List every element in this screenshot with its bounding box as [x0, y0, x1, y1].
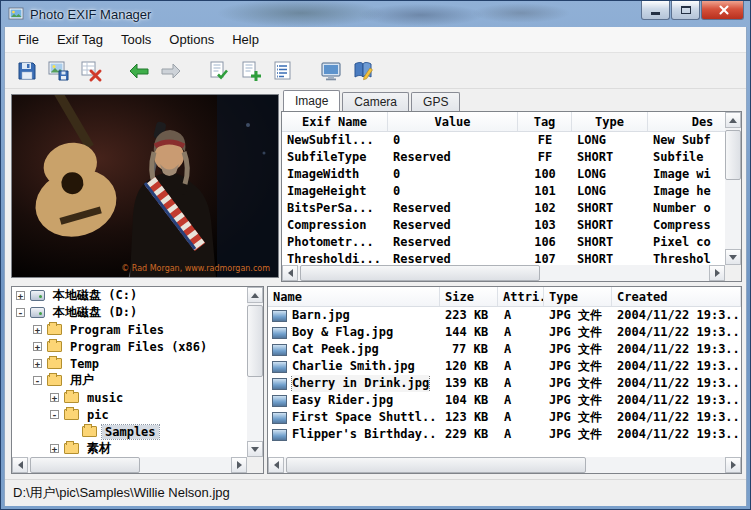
- exif-row[interactable]: ImageHeight 0 101 LONG Image he: [282, 183, 725, 200]
- tree-item-program-files[interactable]: + Program Files: [12, 321, 247, 338]
- scroll-up-button[interactable]: [247, 287, 263, 303]
- column-header-tag[interactable]: Tag: [518, 112, 572, 131]
- file-row[interactable]: Cat Peek.jpg 77 KB A JPG 文件 2004/11/22 1…: [268, 341, 741, 358]
- undo-button[interactable]: [125, 57, 153, 85]
- exif-row[interactable]: ImageWidth 0 100 LONG Image wi: [282, 166, 725, 183]
- tab-image[interactable]: Image: [283, 90, 340, 111]
- expand-icon[interactable]: +: [33, 325, 42, 334]
- column-header-created[interactable]: Created: [612, 287, 741, 306]
- tab-gps[interactable]: GPS: [411, 92, 460, 111]
- title-bar[interactable]: Photo EXIF Manager: [4, 1, 747, 27]
- file-name: Barn.jpg: [292, 307, 350, 324]
- tree-item-label[interactable]: 本地磁盘 (C:): [50, 287, 140, 304]
- scroll-right-button[interactable]: [231, 457, 247, 473]
- add-tag-button[interactable]: [237, 57, 265, 85]
- exif-vertical-scrollbar[interactable]: [725, 112, 741, 265]
- scrollbar-thumb[interactable]: [30, 457, 140, 473]
- column-header-type[interactable]: Type: [544, 287, 612, 306]
- expand-icon[interactable]: +: [50, 444, 59, 453]
- column-header-name[interactable]: Name: [268, 287, 440, 306]
- column-header-exif-name[interactable]: Exif Name: [282, 112, 388, 131]
- file-row[interactable]: Boy & Flag.jpg 144 KB A JPG 文件 2004/11/2…: [268, 324, 741, 341]
- tree-item-label[interactable]: 用户: [67, 372, 97, 389]
- tree-item-users[interactable]: - 用户: [12, 372, 247, 389]
- file-row[interactable]: Charlie Smith.jpg 120 KB A JPG 文件 2004/1…: [268, 358, 741, 375]
- exif-row[interactable]: SubfileType Reserved FF SHORT Subfile: [282, 149, 725, 166]
- scroll-right-button[interactable]: [725, 457, 741, 473]
- file-list-header: Name Size Attri... Type Created: [268, 287, 741, 307]
- tree-item-samples[interactable]: Samples: [12, 423, 247, 440]
- file-row[interactable]: Easy Rider.jpg 104 KB A JPG 文件 2004/11/2…: [268, 392, 741, 409]
- tree-item-label[interactable]: Program Files: [67, 323, 167, 337]
- collapse-icon[interactable]: -: [50, 410, 59, 419]
- maximize-button[interactable]: [671, 1, 700, 20]
- save-button[interactable]: [13, 57, 41, 85]
- scroll-left-button[interactable]: [282, 265, 298, 281]
- list-horizontal-scrollbar[interactable]: [268, 457, 741, 473]
- tree-item-label[interactable]: pic: [84, 408, 112, 422]
- file-row-focused[interactable]: Cherry in Drink.jpg 139 KB A JPG 文件 2004…: [268, 375, 741, 392]
- exif-row[interactable]: Photometr... Reserved 106 SHORT Pixel co: [282, 234, 725, 251]
- column-header-des[interactable]: Des: [648, 112, 725, 131]
- tree-item-drive-c[interactable]: + 本地磁盘 (C:): [12, 287, 247, 304]
- save-picture-button[interactable]: [45, 57, 73, 85]
- edit-tag-button[interactable]: [205, 57, 233, 85]
- scroll-left-button[interactable]: [268, 457, 284, 473]
- close-button[interactable]: [701, 1, 744, 20]
- file-row[interactable]: First Space Shuttl... 123 KB A JPG 文件 20…: [268, 409, 741, 426]
- tree-horizontal-scrollbar[interactable]: [12, 457, 247, 473]
- tree-vertical-scrollbar[interactable]: [247, 287, 263, 457]
- tree-item-label[interactable]: Temp: [67, 357, 102, 371]
- menu-tools[interactable]: Tools: [112, 28, 160, 51]
- scrollbar-thumb[interactable]: [286, 457, 586, 473]
- exif-row-partial[interactable]: Thresholdi... Reserved 107 SHORT Thresho…: [282, 251, 725, 265]
- expand-icon[interactable]: +: [33, 359, 42, 368]
- scrollbar-thumb[interactable]: [247, 305, 263, 377]
- column-header-value[interactable]: Value: [388, 112, 518, 131]
- tree-item-program-files-x86[interactable]: + Program Files (x86): [12, 338, 247, 355]
- collapse-icon[interactable]: -: [16, 308, 25, 317]
- tree-item-label[interactable]: 本地磁盘 (D:): [50, 304, 140, 321]
- expand-icon[interactable]: +: [50, 393, 59, 402]
- scrollbar-thumb[interactable]: [300, 265, 540, 281]
- collapse-icon[interactable]: -: [33, 376, 42, 385]
- scroll-right-button[interactable]: [709, 265, 725, 281]
- expand-icon[interactable]: +: [33, 342, 42, 351]
- file-row[interactable]: Barn.jpg 223 KB A JPG 文件 2004/11/22 19:3…: [268, 307, 741, 324]
- scroll-down-button[interactable]: [725, 249, 741, 265]
- menu-options[interactable]: Options: [160, 28, 223, 51]
- menu-file[interactable]: File: [9, 28, 48, 51]
- exif-row[interactable]: BitsPerSa... Reserved 102 SHORT Number o: [282, 200, 725, 217]
- tree-item-pic[interactable]: - pic: [12, 406, 247, 423]
- delete-exif-button[interactable]: [77, 57, 105, 85]
- exif-horizontal-scrollbar[interactable]: [282, 265, 725, 281]
- tree-item-temp[interactable]: + Temp: [12, 355, 247, 372]
- tree-item-label[interactable]: music: [84, 391, 126, 405]
- scroll-up-button[interactable]: [725, 112, 741, 128]
- tree-item-label[interactable]: Program Files (x86): [67, 340, 210, 354]
- column-header-type[interactable]: Type: [572, 112, 648, 131]
- tag-list-button[interactable]: [269, 57, 297, 85]
- notes-button[interactable]: [349, 57, 377, 85]
- redo-button[interactable]: [157, 57, 185, 85]
- column-header-attributes[interactable]: Attri...: [498, 287, 544, 306]
- file-row[interactable]: Flipper's Birthday... 229 KB A JPG 文件 20…: [268, 426, 741, 443]
- column-header-size[interactable]: Size: [440, 287, 498, 306]
- scrollbar-thumb[interactable]: [725, 130, 741, 180]
- tree-item-label-selected[interactable]: Samples: [102, 425, 159, 439]
- tab-camera[interactable]: Camera: [342, 92, 409, 111]
- tree-item-music[interactable]: + music: [12, 389, 247, 406]
- exif-tag-cell: 107: [518, 251, 572, 265]
- expand-icon[interactable]: +: [16, 291, 25, 300]
- viewer-button[interactable]: [317, 57, 345, 85]
- minimize-button[interactable]: [641, 1, 670, 20]
- menu-exif-tag[interactable]: Exif Tag: [48, 28, 112, 51]
- exif-row[interactable]: NewSubfil... 0 FE LONG New Subf: [282, 132, 725, 149]
- scroll-down-button[interactable]: [247, 441, 263, 457]
- tree-item-label[interactable]: 素材: [84, 440, 114, 457]
- exif-row[interactable]: Compression Reserved 103 SHORT Compress: [282, 217, 725, 234]
- tree-item-sucai[interactable]: + 素材: [12, 440, 247, 457]
- tree-item-drive-d[interactable]: - 本地磁盘 (D:): [12, 304, 247, 321]
- scroll-left-button[interactable]: [12, 457, 28, 473]
- menu-help[interactable]: Help: [223, 28, 268, 51]
